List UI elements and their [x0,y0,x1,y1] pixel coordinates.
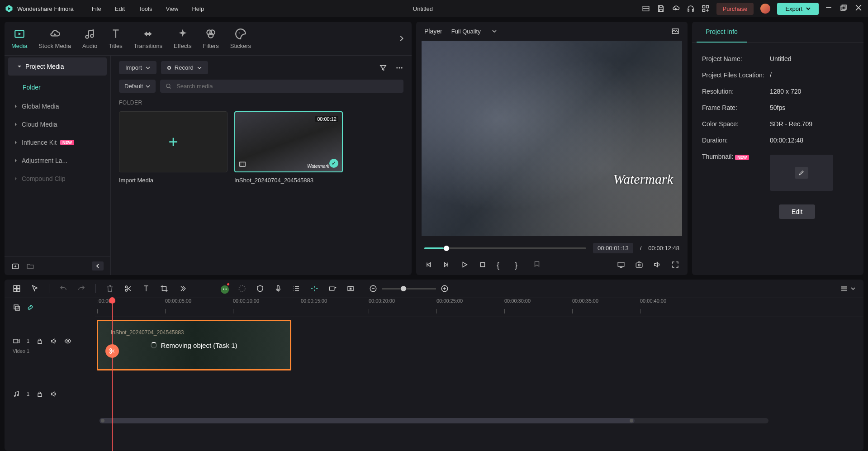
record-dropdown[interactable]: Record [161,61,208,74]
snapshot-icon[interactable] [635,261,643,269]
edit-project-button[interactable]: Edit [779,204,815,219]
more-icon[interactable] [395,64,403,72]
project-info-tab[interactable]: Project Info [697,22,747,43]
sidebar-folder[interactable]: Folder [5,77,110,97]
timeline-scrollbar[interactable] [100,418,768,423]
tab-stickers[interactable]: Stickers [230,28,251,49]
display-icon[interactable] [617,261,625,269]
menu-file[interactable]: File [92,5,101,12]
shield-icon[interactable] [256,285,264,293]
maximize-button[interactable] [840,5,849,13]
ai-icon[interactable] [220,285,228,293]
zoom-slider[interactable] [382,288,436,290]
lock-icon[interactable] [36,337,43,345]
list-icon[interactable] [292,285,300,293]
mute-icon[interactable] [50,390,57,398]
sidebar-adjustment-layer[interactable]: Adjustment La... [5,152,110,170]
save-icon[interactable] [657,5,665,13]
add-track-icon[interactable] [328,285,337,293]
fullscreen-icon[interactable] [671,261,679,269]
track-view-icon[interactable] [840,285,848,293]
chevron-down-icon[interactable] [851,286,855,291]
mic-icon[interactable] [274,285,282,293]
tab-media[interactable]: Media [11,28,27,49]
visibility-icon[interactable] [64,337,71,345]
search-box[interactable] [160,80,403,93]
layout-icon[interactable] [642,5,650,13]
import-media-card[interactable]: + Import Media [119,111,228,184]
redo-icon[interactable] [77,285,85,293]
apps-icon[interactable] [702,5,710,13]
duplicate-icon[interactable] [13,304,21,312]
media-clip-card[interactable]: 00:00:12 Watermark ✓ InShot_20240704_204… [234,111,343,184]
tab-stock-media[interactable]: Stock Media [38,28,71,49]
new-folder-icon[interactable] [11,262,19,270]
filter-icon[interactable] [379,64,387,72]
search-input[interactable] [176,83,398,90]
purchase-button[interactable]: Purchase [716,3,754,15]
marker-icon[interactable] [346,285,355,293]
tabs-next-icon[interactable] [398,35,405,42]
sidebar-global-media[interactable]: Global Media [5,97,110,115]
playhead[interactable] [112,298,113,451]
close-button[interactable] [855,5,863,13]
player-viewport[interactable]: Watermark [422,41,682,236]
sidebar-cloud-media[interactable]: Cloud Media [5,115,110,133]
playhead-scissors-icon[interactable] [105,344,119,358]
minimize-button[interactable] [825,5,834,13]
volume-icon[interactable] [653,261,661,269]
export-button[interactable]: Export [777,3,819,15]
menu-tools[interactable]: Tools [138,5,152,12]
edit-thumbnail-icon[interactable] [795,167,808,179]
collapse-sidebar-button[interactable] [92,261,104,271]
more-tools-icon[interactable] [178,285,186,293]
prev-frame-icon[interactable] [424,261,432,269]
playhead-handle[interactable] [109,297,115,304]
tab-effects[interactable]: Effects [174,28,192,49]
timeline-clip[interactable]: InShot_20240704_204545883 Removing objec… [97,320,291,370]
crop-icon[interactable] [160,285,168,293]
headphones-icon[interactable] [687,5,695,13]
link-icon[interactable] [26,304,34,312]
sort-dropdown[interactable]: Default [119,80,156,93]
cursor-icon[interactable] [31,285,39,293]
sidebar-influence-kit[interactable]: Influence KitNEW [5,133,110,152]
menu-edit[interactable]: Edit [115,5,125,12]
marker-dropdown-icon[interactable] [533,261,541,269]
compare-icon[interactable] [671,27,679,35]
delete-icon[interactable] [106,285,114,293]
quality-dropdown[interactable]: Full Quality [451,28,497,35]
magnet-icon[interactable] [310,285,318,293]
split-icon[interactable] [124,285,132,293]
mark-out-icon[interactable]: } [515,261,523,269]
zoom-in-icon[interactable] [441,285,449,293]
cloud-icon[interactable] [672,5,680,13]
speed-icon[interactable] [238,285,246,293]
sidebar-compound-clip[interactable]: Compound Clip [5,170,110,188]
mute-icon[interactable] [50,337,57,345]
zoom-handle[interactable] [401,286,406,291]
text-icon[interactable] [142,285,150,293]
sidebar-project-media[interactable]: Project Media [8,57,107,76]
tab-audio[interactable]: Audio [82,28,97,49]
scrollbar-thumb[interactable] [100,418,635,423]
progress-handle[interactable] [444,246,449,251]
tab-filters[interactable]: Filters [203,28,218,49]
progress-bar[interactable] [424,247,586,249]
play-icon[interactable] [460,261,469,269]
mark-in-icon[interactable]: { [497,261,505,269]
thumbnail-preview[interactable] [770,155,833,191]
user-avatar[interactable] [760,4,770,14]
undo-icon[interactable] [59,285,67,293]
menu-view[interactable]: View [166,5,178,12]
stop-icon[interactable] [479,261,487,269]
lock-icon[interactable] [36,390,43,398]
timeline-ruler[interactable]: :00:00 00:00:05:00 00:00:10:00 00:00:15:… [95,298,863,317]
tab-titles[interactable]: Titles [109,28,123,49]
folder-icon[interactable] [26,262,34,270]
next-frame-icon[interactable] [442,261,451,269]
import-dropdown[interactable]: Import [119,61,157,74]
zoom-out-icon[interactable] [369,285,377,293]
menu-help[interactable]: Help [192,5,204,12]
grid-icon[interactable] [13,285,21,293]
